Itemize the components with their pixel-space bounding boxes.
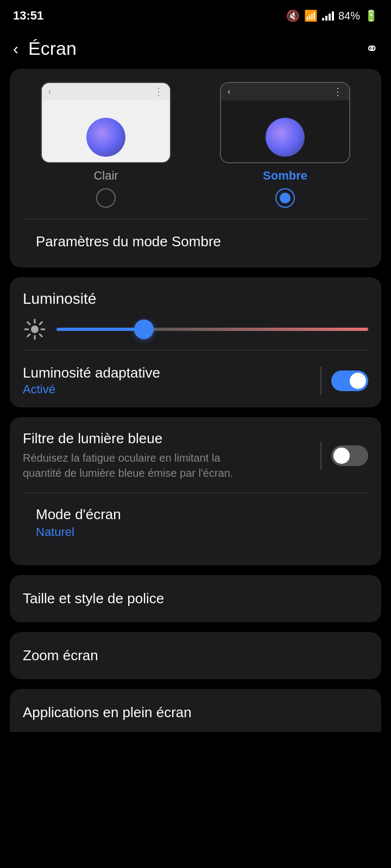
slider-thumb[interactable] — [134, 320, 154, 339]
brightness-slider[interactable] — [56, 320, 368, 339]
page-header: ‹ Écran ⚭ — [0, 28, 391, 69]
slider-fill — [56, 328, 144, 331]
svg-line-8 — [28, 334, 30, 336]
blue-light-desc: Réduisez la fatigue oculaire en limitant… — [23, 450, 251, 481]
search-button[interactable]: ⚭ — [365, 40, 378, 58]
theme-card: ‹ ⋮ Clair ‹ ⋮ — [10, 69, 381, 267]
zoom-screen-card[interactable]: Zoom écran — [10, 632, 381, 679]
adaptive-toggle[interactable] — [331, 371, 368, 391]
brightness-icon — [23, 317, 47, 341]
divider-1 — [23, 219, 368, 219]
status-bar: 13:51 🔇 📶 84% 🔋 — [0, 0, 391, 28]
blue-light-row: Filtre de lumière bleue Réduisez la fati… — [23, 430, 368, 481]
signal-icon — [322, 11, 334, 21]
full-screen-item[interactable]: Applications en plein écran — [23, 704, 192, 720]
theme-options: ‹ ⋮ Clair ‹ ⋮ — [23, 82, 368, 208]
light-preview: ‹ ⋮ — [41, 82, 171, 163]
light-label: Clair — [93, 169, 118, 183]
svg-line-5 — [28, 322, 30, 324]
mute-icon: 🔇 — [286, 9, 300, 22]
theme-option-light[interactable]: ‹ ⋮ Clair — [23, 82, 189, 208]
svg-line-6 — [40, 334, 42, 336]
toggle-knob — [350, 373, 366, 389]
luminosity-card: Luminosité — [10, 277, 381, 407]
back-button[interactable]: ‹ — [13, 41, 18, 57]
status-icons: 🔇 📶 84% 🔋 — [286, 9, 378, 22]
dark-radio-fill — [280, 193, 291, 203]
adaptive-title: Luminosité adaptative — [23, 365, 160, 381]
luminosity-title: Luminosité — [23, 290, 368, 308]
battery-icon: 🔋 — [364, 9, 378, 22]
dark-label: Sombre — [263, 169, 307, 183]
sun-icon — [23, 317, 47, 341]
blue-light-title: Filtre de lumière bleue — [23, 430, 251, 447]
slider-empty — [144, 328, 368, 331]
dark-radio[interactable] — [275, 188, 295, 208]
slider-track — [56, 328, 368, 331]
blue-light-card: Filtre de lumière bleue Réduisez la fati… — [10, 417, 381, 565]
blue-light-toggle-knob — [333, 448, 350, 464]
svg-point-0 — [31, 326, 39, 333]
svg-line-7 — [40, 322, 42, 324]
divider-2 — [23, 350, 368, 350]
theme-option-dark[interactable]: ‹ ⋮ Sombre — [202, 82, 368, 208]
font-size-card[interactable]: Taille et style de police — [10, 575, 381, 622]
separator-line — [320, 367, 321, 395]
adaptive-status: Activé — [23, 382, 160, 397]
screen-mode-row[interactable]: Mode d'écran Naturel — [23, 493, 368, 552]
wifi-icon: 📶 — [304, 9, 318, 22]
dark-mode-settings-button[interactable]: Paramètres du mode Sombre — [23, 221, 368, 262]
screen-mode-value: Naturel — [36, 525, 355, 539]
light-preview-circle — [86, 118, 125, 157]
battery-percent: 84% — [338, 10, 360, 22]
adaptive-brightness-row: Luminosité adaptative Activé — [23, 353, 368, 397]
font-size-item[interactable]: Taille et style de police — [10, 575, 381, 622]
status-time: 13:51 — [13, 9, 43, 23]
zoom-screen-item[interactable]: Zoom écran — [10, 632, 381, 679]
light-radio[interactable] — [96, 188, 116, 208]
page-title: Écran — [28, 38, 356, 59]
dark-preview: ‹ ⋮ — [220, 82, 350, 163]
screen-mode-title: Mode d'écran — [36, 506, 355, 523]
dark-preview-circle — [266, 118, 305, 157]
blue-light-text: Filtre de lumière bleue Réduisez la fati… — [23, 430, 251, 481]
brightness-slider-row — [23, 317, 368, 341]
adaptive-text: Luminosité adaptative Activé — [23, 365, 160, 397]
full-screen-card[interactable]: Applications en plein écran — [10, 689, 381, 732]
blue-light-toggle[interactable] — [331, 445, 368, 466]
separator-line-2 — [320, 442, 321, 470]
